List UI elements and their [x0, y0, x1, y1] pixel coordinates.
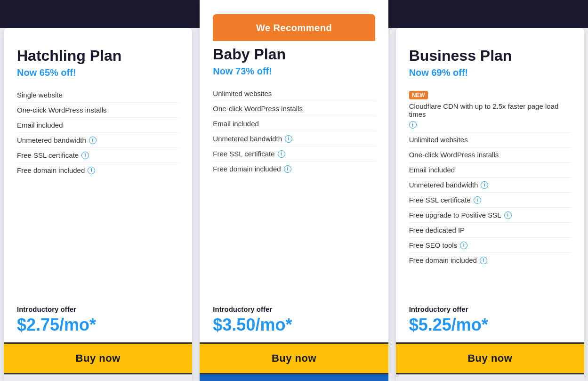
buy-button-hatchling[interactable]: Buy now [4, 342, 192, 374]
plan-name-baby: Baby Plan [213, 46, 375, 63]
intro-label-hatchling: Introductory offer [17, 305, 179, 313]
plan-card-business: Business PlanNow 69% off! NEW Cloudflare… [396, 28, 584, 381]
feature-text: Free SEO tools [409, 241, 458, 249]
feature-text: One-click WordPress installs [213, 105, 303, 113]
feature-text: Email included [213, 120, 259, 128]
feature-item-business-4: Unmetered bandwidth i [409, 178, 571, 193]
feature-text: Free SSL certificate [213, 150, 274, 158]
feature-item-hatchling-4: Free SSL certificate i [17, 148, 179, 163]
price-hatchling: $2.75/mo* [17, 315, 179, 335]
intro-label-business: Introductory offer [409, 305, 571, 313]
feature-text: Free domain included [213, 165, 281, 173]
feature-item-business-3: Email included [409, 162, 571, 178]
plan-discount-baby: Now 73% off! [213, 66, 375, 77]
plan-discount-business: Now 69% off! [409, 67, 571, 78]
info-icon[interactable]: i [409, 121, 417, 129]
feature-item-baby-0: Unlimited websites [213, 86, 375, 101]
card-bottom-accent [4, 374, 192, 381]
feature-text: Single website [17, 91, 63, 99]
cdn-text: Cloudflare CDN with up to 2.5x faster pa… [409, 102, 571, 118]
feature-text: Free SSL certificate [409, 196, 471, 204]
feature-text: Free upgrade to Positive SSL [409, 211, 501, 219]
feature-item-baby-1: One-click WordPress installs [213, 101, 375, 116]
feature-text: Unlimited websites [213, 89, 272, 97]
feature-item-business-9: Free domain included i [409, 253, 571, 268]
feature-text: One-click WordPress installs [17, 106, 107, 114]
info-icon[interactable]: i [480, 257, 487, 264]
feature-text: Unmetered bandwidth [17, 136, 86, 144]
plan-name-business: Business Plan [409, 47, 571, 65]
card-bottom-accent [396, 374, 584, 381]
feature-item-hatchling-0: Single website [17, 88, 179, 103]
feature-text: Email included [409, 166, 455, 174]
price-baby: $3.50/mo* [213, 315, 375, 335]
plan-card-baby: We RecommendBaby PlanNow 73% off! Unlimi… [200, 0, 388, 381]
feature-text: Unmetered bandwidth [213, 135, 282, 143]
feature-text: Unlimited websites [409, 136, 468, 144]
feature-item-baby-2: Email included [213, 116, 375, 131]
feature-item-baby-4: Free SSL certificate i [213, 146, 375, 162]
feature-cdn: NEW Cloudflare CDN with up to 2.5x faste… [409, 88, 571, 132]
feature-item-business-1: Unlimited websites [409, 132, 571, 147]
plan-discount-hatchling: Now 65% off! [17, 67, 179, 78]
info-icon[interactable]: i [504, 211, 512, 219]
feature-item-hatchling-5: Free domain included i [17, 163, 179, 178]
plan-card-hatchling: Hatchling PlanNow 65% off! Single websit… [4, 28, 192, 381]
feature-item-business-7: Free dedicated IP [409, 223, 571, 238]
feature-item-business-2: One-click WordPress installs [409, 147, 571, 162]
feature-item-business-8: Free SEO tools i [409, 238, 571, 253]
buy-button-baby[interactable]: Buy now [200, 342, 388, 374]
feature-text: One-click WordPress installs [409, 151, 499, 159]
plan-name-hatchling: Hatchling Plan [17, 47, 179, 65]
features-list-hatchling: Single website One-click WordPress insta… [17, 88, 179, 296]
features-list-baby: Unlimited websites One-click WordPress i… [213, 86, 375, 296]
feature-text: Free dedicated IP [409, 226, 465, 234]
features-list-business: NEW Cloudflare CDN with up to 2.5x faste… [409, 88, 571, 296]
feature-item-business-5: Free SSL certificate i [409, 193, 571, 208]
info-icon[interactable]: i [284, 165, 291, 173]
price-business: $5.25/mo* [409, 315, 571, 335]
info-icon[interactable]: i [460, 242, 467, 249]
feature-item-baby-5: Free domain included i [213, 162, 375, 176]
intro-label-baby: Introductory offer [213, 305, 375, 313]
feature-item-business-6: Free upgrade to Positive SSL i [409, 208, 571, 223]
feature-item-hatchling-3: Unmetered bandwidth i [17, 133, 179, 148]
card-bottom-accent [200, 374, 388, 381]
feature-item-baby-3: Unmetered bandwidth i [213, 131, 375, 146]
info-icon[interactable]: i [285, 135, 292, 143]
feature-text: Free domain included [409, 256, 477, 264]
feature-text: Email included [17, 121, 63, 129]
feature-text: Free domain included [17, 166, 85, 174]
feature-item-hatchling-2: Email included [17, 118, 179, 133]
feature-text: Free SSL certificate [17, 151, 79, 159]
pricing-wrapper: Hatchling PlanNow 65% off! Single websit… [0, 0, 588, 381]
feature-text: Unmetered bandwidth [409, 181, 478, 189]
info-icon[interactable]: i [81, 152, 89, 159]
info-icon[interactable]: i [89, 137, 97, 144]
info-icon[interactable]: i [278, 150, 285, 158]
info-icon[interactable]: i [474, 196, 481, 204]
info-icon[interactable]: i [481, 181, 488, 189]
info-icon[interactable]: i [88, 167, 95, 174]
buy-button-business[interactable]: Buy now [396, 342, 584, 374]
feature-item-hatchling-1: One-click WordPress installs [17, 103, 179, 118]
recommend-badge: We Recommend [213, 14, 375, 41]
new-badge: NEW [409, 91, 428, 99]
